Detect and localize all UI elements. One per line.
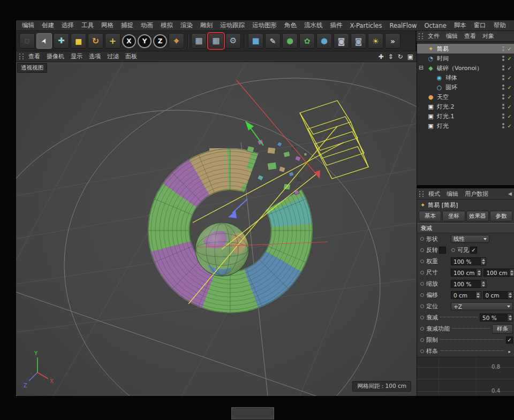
falloff-function-button[interactable]: 样条 (492, 324, 513, 334)
select-tool-button[interactable]: ➤ (36, 33, 52, 49)
size-y-field[interactable]: 100 cm (483, 269, 514, 277)
menubar-item[interactable]: 工具 (78, 21, 97, 29)
enabled-check-icon[interactable]: ✓ (508, 46, 512, 52)
object-row-voronoi-fracture[interactable]: ⊟ ◆ 破碎（Voronoi） ✓ (417, 63, 514, 73)
move-tool-button[interactable]: ✚ (54, 33, 69, 49)
stepper-icon[interactable] (507, 292, 512, 299)
keyframe-dot-icon[interactable] (420, 327, 424, 331)
keyframe-dot-icon[interactable] (420, 282, 424, 286)
keyframe-dot-icon[interactable] (420, 338, 424, 342)
keyframe-dot-icon[interactable] (420, 271, 424, 274)
stepper-icon[interactable] (480, 280, 486, 287)
clamp-checkbox[interactable]: ✓ (506, 337, 513, 343)
expand-icon[interactable]: ▸ (506, 349, 513, 354)
menubar-item[interactable]: 雕刻 (196, 21, 216, 29)
render-picture-viewer-button[interactable]: ▦ (208, 33, 224, 49)
empty-tool-button[interactable]: ▫ (19, 33, 35, 49)
menubar-item[interactable]: RealFlow (386, 22, 420, 29)
object-row-sphere[interactable]: ◉ 球体 ✓ (417, 73, 514, 82)
menubar-item[interactable]: 捕捉 (117, 21, 137, 29)
history-back-icon[interactable]: ◀ (508, 191, 512, 196)
lock-x-button[interactable]: X (122, 34, 136, 48)
tab-coordinates[interactable]: 坐标 (442, 211, 465, 222)
shape-dropdown[interactable]: 线性 (451, 235, 489, 243)
offset-y-field[interactable]: 0 cm (483, 291, 513, 299)
falloff-field[interactable]: 50 % (480, 314, 513, 322)
last-tool-button[interactable]: + (105, 33, 120, 49)
menubar-item[interactable]: 网格 (97, 21, 117, 29)
object-row-time-effector[interactable]: ◔ 时间 ✓ (417, 54, 514, 63)
stepper-icon[interactable] (475, 292, 481, 299)
vp-menu-item[interactable]: 查看 (26, 52, 43, 60)
menubar-item[interactable]: 插件 (327, 21, 346, 29)
enabled-check-icon[interactable]: ✓ (508, 94, 512, 100)
visibility-dots-icon[interactable] (502, 46, 504, 51)
attr-menu-item[interactable]: 用户数据 (462, 190, 491, 198)
render-settings-button[interactable]: ⚙ (225, 33, 241, 49)
offset-x-field[interactable]: 0 cm (451, 291, 481, 299)
keyframe-dot-icon[interactable] (420, 293, 424, 297)
enabled-check-icon[interactable]: ✓ (508, 113, 512, 119)
viewport-canvas[interactable]: Y X Z 透视视图 网格间距 : 100 cm (16, 62, 417, 396)
generators-button[interactable]: ● (282, 33, 298, 49)
lock-z-button[interactable]: Z (153, 34, 167, 48)
lock-y-button[interactable]: Y (138, 34, 152, 48)
object-row-light-1[interactable]: ▣ 灯光.1 ✓ (417, 111, 514, 121)
light-button[interactable]: ☀ (368, 33, 383, 49)
visible-checkbox[interactable]: ✓ (470, 247, 477, 254)
weight-field[interactable]: 100 % (451, 257, 486, 265)
menubar-item[interactable]: 渲染 (177, 21, 196, 29)
object-row-light-2[interactable]: ▣ 灯光.2 ✓ (417, 102, 514, 111)
keyframe-dot-icon[interactable] (451, 248, 455, 252)
scale-tool-button[interactable]: ■ (71, 33, 86, 49)
menubar-item[interactable]: 窗口 (470, 21, 490, 29)
render-view-button[interactable]: ▦ (191, 33, 207, 49)
spline-pen-button[interactable]: ✎ (265, 33, 281, 49)
visibility-dots-icon[interactable] (502, 85, 504, 90)
keyframe-dot-icon[interactable] (420, 248, 424, 252)
stepper-icon[interactable] (480, 258, 486, 265)
pan-view-icon[interactable]: ✚ (378, 54, 383, 60)
enabled-check-icon[interactable]: ✓ (508, 56, 512, 62)
enabled-check-icon[interactable]: ✓ (508, 65, 512, 71)
menubar-item[interactable]: 运动图形 (248, 21, 281, 29)
keyframe-dot-icon[interactable] (420, 237, 424, 241)
add-cube-button[interactable]: ■ (248, 33, 263, 49)
menubar-item[interactable]: 选择 (58, 21, 78, 29)
object-row-plain-effector[interactable]: ✦ 简易 ✓ (417, 44, 514, 54)
rotate-tool-button[interactable]: ↻ (88, 33, 103, 49)
object-row-light[interactable]: ▣ 灯光 ✓ (417, 121, 514, 131)
menubar-item[interactable]: 角色 (281, 21, 300, 29)
camera-button[interactable]: ◙ (351, 33, 366, 49)
mograph-button[interactable]: ✿ (299, 33, 315, 49)
visibility-dots-icon[interactable] (502, 94, 504, 100)
keyframe-dot-icon[interactable] (420, 304, 424, 308)
invert-checkbox[interactable]: ✓ (439, 247, 446, 254)
vp-menu-item[interactable]: 摄像机 (44, 52, 67, 60)
menubar-item[interactable]: 模拟 (157, 21, 177, 29)
vp-menu-item[interactable]: 面板 (123, 52, 140, 60)
collapse-icon[interactable]: ⊟ (419, 64, 424, 72)
visibility-dots-icon[interactable] (502, 113, 504, 119)
stepper-icon[interactable] (509, 269, 514, 276)
toggle-view-icon[interactable]: ▣ (407, 54, 413, 60)
menubar-item[interactable]: Octane (420, 22, 450, 29)
volumes-button[interactable]: ● (316, 33, 332, 49)
coord-system-button[interactable]: ⌖ (169, 33, 184, 49)
tab-parameters[interactable]: 参数 (490, 211, 512, 222)
attr-menu-item[interactable]: 模式 (426, 190, 443, 198)
visibility-dots-icon[interactable] (502, 104, 504, 109)
om-menu-item[interactable]: 查看 (462, 32, 479, 40)
rotate-view-icon[interactable]: ↻ (398, 54, 403, 60)
attr-menu-item[interactable]: 编辑 (444, 190, 461, 198)
viewport-name-label[interactable]: 透视视图 (17, 63, 47, 73)
tab-basic[interactable]: 基本 (419, 211, 441, 222)
menubar-item[interactable]: 流水线 (300, 21, 327, 29)
keyframe-dot-icon[interactable] (420, 349, 424, 353)
enabled-check-icon[interactable]: ✓ (508, 85, 512, 90)
vp-menu-item[interactable]: 显示 (68, 52, 85, 60)
om-menu-item[interactable]: 对象 (480, 32, 497, 40)
tab-effector[interactable]: 效果器 (466, 211, 489, 222)
menubar-item[interactable]: 运动跟踪 (216, 21, 248, 29)
keyframe-dot-icon[interactable] (420, 259, 424, 263)
